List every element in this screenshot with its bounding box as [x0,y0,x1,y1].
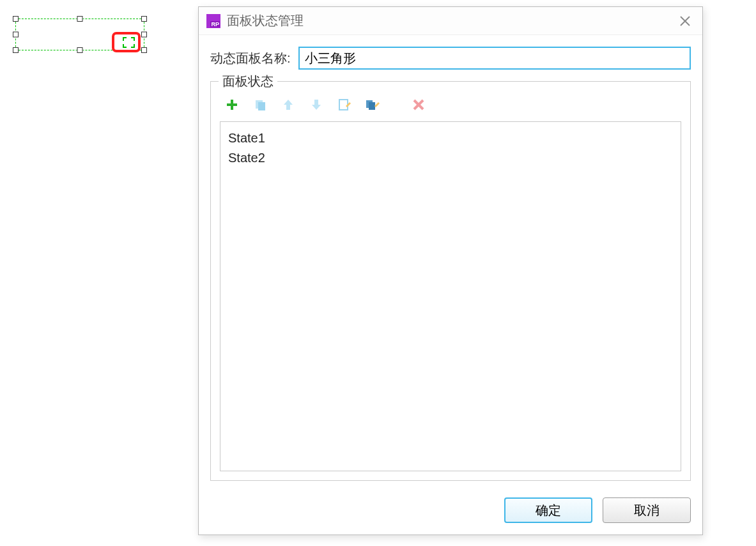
svg-marker-7 [312,100,321,110]
add-state-button[interactable] [225,98,239,112]
resize-handle-tm[interactable] [77,16,83,22]
svg-marker-12 [374,102,380,107]
svg-rect-3 [227,103,237,106]
list-item[interactable]: State2 [228,148,673,168]
canvas-selected-panel[interactable] [13,16,147,53]
resize-handle-tl[interactable] [13,16,19,22]
svg-marker-6 [284,100,293,110]
dialog-button-row: 确定 取消 [199,492,702,535]
resize-handle-bm[interactable] [77,47,83,53]
edit-all-icon [366,98,380,111]
resize-handle-tr[interactable] [141,16,147,22]
axure-rp-icon [206,14,220,28]
move-up-button[interactable] [281,98,295,112]
dialog-title: 面板状态管理 [227,12,675,29]
list-item[interactable]: State1 [228,128,673,148]
cancel-button[interactable]: 取消 [603,497,691,523]
resize-handle-br[interactable] [141,47,147,53]
edit-icon [338,98,351,111]
dialog-body: 动态面板名称: 面板状态 [199,35,702,492]
duplicate-icon [254,98,266,111]
resize-handle-ml[interactable] [13,32,19,38]
close-icon [679,15,691,27]
fieldset-legend: 面板状态 [219,73,277,90]
resize-handle-mr[interactable] [141,32,147,38]
panel-name-label: 动态面板名称: [210,50,291,67]
states-toolbar [220,93,681,116]
arrow-down-icon [311,98,322,111]
duplicate-state-button[interactable] [253,98,267,112]
panel-name-row: 动态面板名称: [210,47,691,70]
svg-rect-11 [369,102,375,110]
dialog-titlebar[interactable]: 面板状态管理 [199,7,702,35]
panel-states-fieldset: 面板状态 [210,81,691,481]
annotation-highlight [112,32,141,52]
svg-rect-5 [258,102,265,110]
plus-icon [226,98,238,111]
resize-handle-bl[interactable] [13,47,19,53]
delete-icon [413,99,424,110]
close-button[interactable] [675,11,695,31]
panel-state-manager-dialog: 面板状态管理 动态面板名称: 面板状态 [198,6,703,535]
edit-all-button[interactable] [366,98,380,112]
arrow-up-icon [282,98,294,111]
svg-rect-8 [339,100,348,110]
ok-button[interactable]: 确定 [504,497,592,523]
state-listbox[interactable]: State1 State2 [220,121,681,471]
delete-state-button[interactable] [412,98,426,112]
move-down-button[interactable] [309,98,323,112]
panel-name-input[interactable] [298,47,691,70]
edit-state-button[interactable] [337,98,351,112]
